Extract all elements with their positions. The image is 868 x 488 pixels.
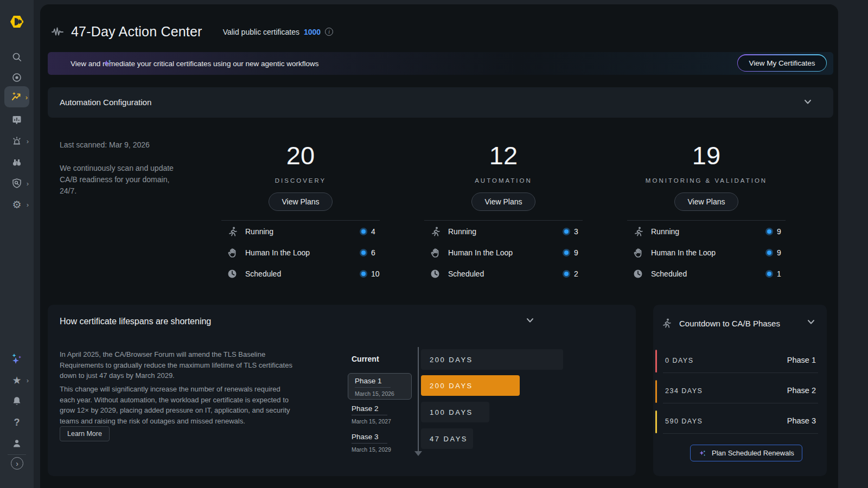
timeline-current-label: Current [352, 355, 379, 363]
sidebar-workflows-item-active[interactable]: › [4, 86, 29, 107]
info-icon[interactable]: i [325, 28, 333, 36]
sidebar-divider [8, 454, 26, 455]
phase-3-item[interactable]: Phase 3 March 15, 2029 [352, 433, 406, 453]
stat-row-count: 9 [574, 248, 583, 257]
chevron-right-icon: › [27, 137, 29, 145]
countdown-days: 234 DAYS [665, 387, 703, 395]
sidebar-monitor-target-icon[interactable] [4, 68, 29, 87]
stat-row: Human In the Loop 9 [627, 242, 786, 263]
stat-row-count: 2 [574, 269, 583, 278]
plan-scheduled-renewals-button[interactable]: Plan Scheduled Renewals [690, 445, 802, 461]
countdown-title: Countdown to CA/B Phases [679, 319, 780, 328]
cert-count-value[interactable]: 1000 [304, 28, 321, 36]
stat-row-label: Scheduled [651, 269, 687, 278]
agentic-workflows-banner: View and remediate your critical certifi… [48, 52, 833, 75]
countdown-days: 0 DAYS [665, 357, 694, 364]
stat-row-count: 3 [574, 227, 583, 236]
clock-icon [430, 268, 441, 279]
chevron-right-icon: › [27, 376, 29, 384]
chevron-down-icon[interactable] [526, 318, 534, 323]
status-dot-icon [360, 249, 367, 256]
sidebar-settings-gear-icon[interactable]: ⚙ › [4, 195, 29, 214]
phase-color-bar [655, 410, 657, 433]
app-screen: › › › ⚙ › ★ [0, 0, 868, 488]
phase-2-item[interactable]: Phase 2 March 15, 2027 [352, 404, 406, 425]
hand-icon [633, 247, 643, 258]
stat-value: 19 [627, 141, 786, 170]
lifespan-bar-phase-3: 47 DAYS [421, 428, 473, 449]
divider [663, 373, 818, 373]
stat-row-label: Scheduled [448, 269, 484, 278]
phase-color-bar [655, 350, 657, 373]
stat-row: Running 3 [424, 221, 583, 242]
stat-row: Scheduled 10 [221, 263, 380, 284]
stat-row-count: 10 [371, 269, 380, 278]
countdown-row-phase-3: 590 DAYS Phase 3 [655, 410, 822, 434]
status-dot-icon [765, 228, 773, 235]
sidebar-favorites-star-icon[interactable]: ★ › [4, 371, 29, 389]
sidebar-notifications-bell-icon[interactable] [4, 392, 29, 410]
timeline-axis [418, 347, 419, 451]
hand-icon [227, 247, 238, 258]
runner-icon [633, 226, 643, 237]
countdown-header: Countdown to CA/B Phases [661, 318, 780, 329]
hand-icon [430, 247, 441, 258]
chevron-down-icon[interactable] [807, 319, 815, 325]
phase-name: Phase 2 [352, 404, 387, 415]
sidebar-search-icon[interactable] [4, 48, 29, 66]
bar-label: 200 DAYS [430, 356, 473, 364]
stat-row-label: Running [651, 227, 679, 236]
stat-row-count: 6 [371, 248, 380, 257]
chevron-right-icon: › [27, 179, 29, 188]
chevron-right-icon: › [25, 93, 28, 101]
sidebar-dashboard-icon[interactable] [4, 111, 29, 129]
phase-date: March 15, 2027 [352, 418, 406, 425]
stat-row: Human In the Loop 9 [424, 242, 583, 263]
star-icon: ★ [12, 375, 21, 386]
sidebar-account-icon[interactable] [4, 434, 29, 453]
automation-configuration-panel[interactable]: Automation Configuration [48, 87, 833, 118]
stat-label: AUTOMATION [424, 177, 583, 184]
phase-1-item-selected[interactable]: Phase 1 March 15, 2026 [348, 373, 412, 400]
learn-more-button[interactable]: Learn More [60, 426, 110, 441]
sidebar-inspector-shield-icon[interactable]: › [4, 174, 29, 192]
view-plans-button[interactable]: View Plans [269, 192, 332, 211]
phase-name: Phase 1 [355, 377, 391, 388]
status-dot-icon [360, 270, 367, 278]
stat-row: Running 4 [221, 221, 380, 242]
brand-logo-icon[interactable] [7, 12, 27, 31]
sidebar-discovery-binoculars-icon[interactable] [4, 153, 29, 171]
stat-row: Human In the Loop 6 [221, 242, 380, 263]
stat-row-label: Human In the Loop [245, 248, 310, 257]
view-plans-button[interactable]: View Plans [471, 192, 535, 211]
sidebar-alerts-icon[interactable]: › [4, 132, 29, 150]
runner-icon [227, 226, 238, 237]
chevron-down-icon[interactable] [804, 99, 812, 105]
countdown-phase: Phase 2 [787, 386, 816, 395]
runner-icon [430, 226, 441, 237]
sidebar-assistant-sparkles-icon[interactable] [4, 350, 29, 368]
view-plans-button[interactable]: View Plans [674, 192, 738, 211]
status-dot-icon [360, 228, 367, 235]
stat-row-label: Human In the Loop [651, 248, 716, 257]
bar-label: 200 DAYS [430, 382, 473, 390]
stat-row-count: 9 [777, 248, 786, 257]
lifespan-bar-phase-1-highlighted[interactable]: 200 DAYS [421, 375, 520, 396]
page-title: 47-Day Action Center [71, 24, 202, 40]
sidebar-collapse-button[interactable]: › [11, 457, 23, 470]
stat-row: Running 9 [627, 221, 786, 242]
status-dot-icon [765, 249, 773, 256]
scan-description: We continuously scan and update CA/B rea… [60, 163, 174, 197]
stat-value: 20 [221, 141, 380, 170]
lifespans-paragraph-1: In April 2025, the CA/Browser Forum will… [60, 349, 294, 381]
stat-column-monitoring: 19 MONITORING & VALIDATION View Plans Ru… [627, 141, 786, 284]
bar-label: 47 DAYS [430, 435, 468, 443]
lifespan-bar-phase-2: 100 DAYS [421, 402, 489, 422]
stat-value: 12 [424, 141, 583, 170]
sidebar-help-icon[interactable]: ? [4, 413, 29, 432]
stat-row-count: 4 [371, 227, 380, 236]
automation-configuration-title: Automation Configuration [60, 98, 151, 107]
countdown-phase: Phase 3 [787, 416, 816, 425]
lifespans-title: How certificate lifespans are shortening [60, 317, 211, 326]
view-my-certificates-button[interactable]: View My Certificates [737, 54, 827, 72]
